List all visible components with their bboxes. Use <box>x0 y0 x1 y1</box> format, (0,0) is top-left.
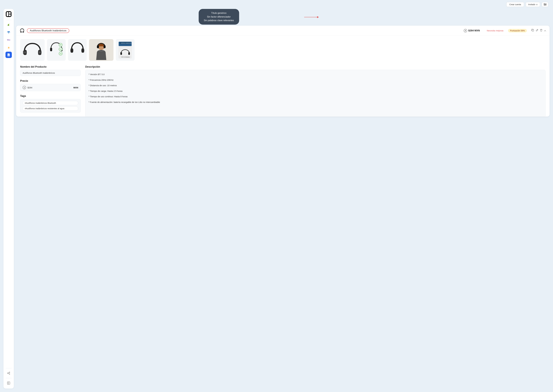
app-logo <box>6 11 12 17</box>
delete-button[interactable] <box>540 29 542 32</box>
sidebar-divider-3 <box>6 378 12 378</box>
desc-item-6: * Fuente de alimentación: batería recarg… <box>89 101 542 104</box>
tags-section: Tags #Audífonos Inalámbricos Bluetooth #… <box>20 95 81 112</box>
svg-point-41 <box>81 48 84 53</box>
price-currency: MXN <box>73 86 78 89</box>
score-badge: Puntuación 59% <box>508 29 527 32</box>
svg-rect-43 <box>97 45 99 48</box>
svg-point-26 <box>39 51 41 53</box>
desc-item-1: * Versión BT: 5.0 <box>89 73 542 76</box>
sidebar-item-share[interactable] <box>6 370 12 376</box>
tag-1: #Audífonos Inalámbricos Bluetooth <box>23 101 78 105</box>
svg-rect-30 <box>50 48 52 51</box>
price-field[interactable]: $ $284 MXN <box>20 84 81 91</box>
guest-button[interactable]: Invitado ∨ <box>526 2 540 7</box>
tooltip-line-1: Título genérico <box>204 11 234 15</box>
svg-point-9 <box>9 24 10 24</box>
price-section: Precio $ $284 MXN <box>20 79 81 91</box>
sidebar-item-woo[interactable]: Woo <box>6 37 12 43</box>
svg-point-5 <box>545 5 545 6</box>
product-header: 🎧 Audífonos Bluetooth Inalámbricos $ $28… <box>16 26 550 36</box>
sidebar-item-amazon[interactable]: a <box>6 44 12 50</box>
amazon-icon: a <box>8 45 9 49</box>
svg-point-25 <box>24 51 26 53</box>
svg-text:BT 5.0 Wireless: BT 5.0 Wireless <box>121 56 130 58</box>
svg-point-14 <box>9 374 10 374</box>
svg-rect-6 <box>7 12 8 16</box>
content-area: Título genérico Sin factor diferenciador… <box>16 9 550 389</box>
product-price: $ $284 MXN <box>464 29 480 32</box>
sidebar: Woo a CSV <box>3 9 14 389</box>
product-name-label: Nombre del Producto <box>20 65 81 68</box>
annotation-tooltip: Título genérico Sin factor diferenciador… <box>199 9 239 25</box>
sidebar-item-shopify[interactable] <box>6 22 12 28</box>
sidebar-item-csv[interactable]: CSV <box>6 52 12 58</box>
svg-text:Audífonos Inalámbricos: Audífonos Inalámbricos <box>121 42 131 44</box>
tooltip-line-3: Sin palabras clave relevantes <box>204 19 234 22</box>
woo-label: Woo <box>7 39 10 41</box>
svg-point-3 <box>544 3 545 4</box>
product-images: BT 5.0 HD <box>16 36 550 64</box>
product-status: Necesita mejoras <box>487 29 503 32</box>
product-image-2: BT 5.0 HD <box>47 39 66 61</box>
header-actions <box>532 29 546 32</box>
svg-point-13 <box>7 373 8 374</box>
svg-rect-17 <box>7 382 10 384</box>
collapse-button[interactable] <box>544 29 546 32</box>
filter-button[interactable] <box>542 2 548 7</box>
desc-item-5: * Tiempo de uso continuo: Hasta 8 horas <box>89 95 542 98</box>
svg-point-4 <box>546 4 546 5</box>
main-layout: Woo a CSV <box>0 9 553 392</box>
svg-rect-28 <box>23 52 24 53</box>
svg-point-40 <box>71 48 73 53</box>
svg-text:HD: HD <box>60 53 62 54</box>
svg-line-16 <box>8 373 9 374</box>
desc-item-4: * Tiempo de carga: Hasta 2.5 horas <box>89 90 542 93</box>
top-bar: Crear cuenta Invitado ∨ <box>0 0 553 9</box>
desc-item-2: * Frecuencia 20Hz-20KHz <box>89 78 542 82</box>
svg-rect-7 <box>9 12 11 14</box>
svg-rect-8 <box>9 14 11 16</box>
annotation-area: Título genérico Sin factor diferenciador… <box>16 9 550 23</box>
desc-item-3: * Distancia de uso: 10 metros <box>89 84 542 87</box>
product-image-1 <box>20 39 45 61</box>
product-name-field[interactable]: Audífonos Bluetooth Inalámbricos <box>20 70 81 76</box>
product-image-4 <box>89 39 113 61</box>
svg-point-12 <box>9 372 10 373</box>
price-amount: $284 <box>28 86 32 89</box>
svg-rect-27 <box>23 51 24 52</box>
sidebar-item-toggle[interactable] <box>6 380 12 386</box>
annotation-arrow <box>304 16 319 18</box>
product-title: Audífonos Bluetooth Inalámbricos <box>27 28 69 33</box>
svg-line-20 <box>537 29 538 30</box>
sidebar-divider-2 <box>6 368 12 368</box>
edit-button[interactable] <box>536 29 538 32</box>
guest-label: Invitado <box>528 3 535 6</box>
filter-icon <box>544 3 546 6</box>
product-name-section: Nombre del Producto Audífonos Bluetooth … <box>20 65 81 76</box>
tag-2: #Audífonos inalámbricos resistentes al a… <box>23 106 78 111</box>
product-icon: 🎧 <box>20 28 25 33</box>
create-account-button[interactable]: Crear cuenta <box>506 2 524 7</box>
tags-container[interactable]: #Audífonos Inalámbricos Bluetooth #Audíf… <box>20 99 81 112</box>
product-details: Nombre del Producto Audífonos Bluetooth … <box>16 64 550 117</box>
description-box[interactable]: * Versión BT: 5.0 * Frecuencia 20Hz-20KH… <box>85 70 546 117</box>
copy-button[interactable] <box>532 29 534 32</box>
description-label: Descripción <box>85 65 546 68</box>
chevron-down-icon: ∨ <box>536 3 538 6</box>
svg-rect-49 <box>121 52 122 55</box>
sidebar-item-handshake[interactable] <box>6 29 12 35</box>
tags-label: Tags <box>20 95 81 98</box>
tooltip-line-2: Sin factor diferenciador <box>204 15 234 19</box>
svg-text:BT: BT <box>60 44 62 46</box>
price-label: Precio <box>20 79 81 83</box>
product-card: 🎧 Audífonos Bluetooth Inalámbricos $ $28… <box>16 26 550 117</box>
svg-rect-50 <box>128 52 130 55</box>
product-image-3 <box>68 39 87 61</box>
svg-rect-29 <box>23 53 24 54</box>
sidebar-divider-1 <box>6 20 12 20</box>
product-image-5: Audífonos Inalámbricos BT 5.0 Wireless <box>116 39 135 61</box>
svg-rect-44 <box>104 45 106 48</box>
svg-text:CSV: CSV <box>8 55 9 56</box>
price-field-icon: $ <box>23 86 26 89</box>
